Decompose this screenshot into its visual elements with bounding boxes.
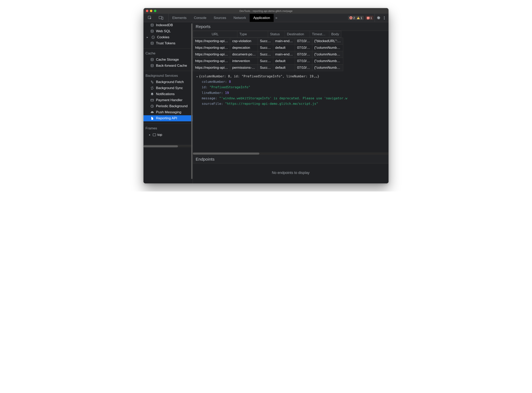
devtools-window: DevTools - reporting-api-demo.glitch.me/… xyxy=(143,8,389,183)
table-cell-status: Succ… xyxy=(258,38,273,44)
sidebar-item-frame-top[interactable]: top xyxy=(143,132,193,138)
sidebar-group-bg-services: Background Services xyxy=(143,71,193,79)
sidebar-item-cookies[interactable]: Cookies xyxy=(143,34,193,40)
svg-point-10 xyxy=(154,37,154,38)
kebab-icon xyxy=(384,16,385,20)
warning-count-value: 1 xyxy=(361,16,362,20)
sidebar-item-indexeddb[interactable]: IndexedDB xyxy=(143,22,193,28)
sidebar-vertical-scrollbar[interactable] xyxy=(191,23,192,182)
sidebar-item-label: Trust Tokens xyxy=(156,41,175,45)
database-icon xyxy=(150,42,154,45)
col-status[interactable]: Status xyxy=(268,31,285,38)
tab-network[interactable]: Network xyxy=(230,14,250,22)
tabs-overflow-button[interactable]: » xyxy=(274,14,279,22)
sidebar-item-notifications[interactable]: Notifications xyxy=(143,91,193,97)
detail-horizontal-scrollbar[interactable] xyxy=(193,152,389,155)
table-cell-ts: 07/10/… xyxy=(295,58,312,64)
col-timestamp[interactable]: Timest… xyxy=(310,31,329,38)
table-cell-ts: 07/10/… xyxy=(295,44,312,51)
table-row[interactable]: https://reporting-api…permissions-…Succ…… xyxy=(193,64,343,71)
tab-sources[interactable]: Sources xyxy=(210,14,230,22)
table-cell-type: intervention xyxy=(230,58,258,64)
table-cell-dest: default xyxy=(273,64,295,71)
inspect-element-icon[interactable] xyxy=(146,16,154,20)
device-toolbar-icon[interactable] xyxy=(157,16,165,20)
col-body[interactable]: Body xyxy=(329,31,341,38)
sidebar-item-label: IndexedDB xyxy=(156,23,173,27)
sidebar-item-label: Payment Handler xyxy=(156,98,182,102)
error-icon xyxy=(349,16,352,19)
sidebar-item-websql[interactable]: Web SQL xyxy=(143,28,193,34)
svg-point-4 xyxy=(384,18,385,18)
sidebar-item-bf-cache[interactable]: Back-forward Cache xyxy=(143,63,193,69)
application-sidebar[interactable]: IndexedDB Web SQL Cookies Trust Tokens C… xyxy=(143,22,193,183)
tab-elements[interactable]: Elements xyxy=(169,14,190,22)
svg-rect-1 xyxy=(159,16,162,19)
more-menu-button[interactable] xyxy=(382,14,386,22)
table-cell-type: csp-violation xyxy=(230,38,258,44)
svg-point-12 xyxy=(151,42,153,43)
svg-rect-17 xyxy=(153,134,156,136)
sidebar-item-reporting-api[interactable]: Reporting API xyxy=(143,115,193,121)
table-row[interactable]: https://reporting-api…document-po…Succ…m… xyxy=(193,51,343,58)
endpoints-section-title: Endpoints xyxy=(193,155,389,163)
sidebar-item-bg-fetch[interactable]: Background Fetch xyxy=(143,79,193,85)
table-cell-ts: 07/10/… xyxy=(295,38,312,44)
col-type[interactable]: Type xyxy=(237,31,268,38)
tab-application[interactable]: Application xyxy=(250,14,274,22)
detail-value: "PrefixedStorageInfo" xyxy=(210,85,250,89)
table-cell-type: deprecation xyxy=(230,44,258,51)
clock-icon xyxy=(150,104,154,108)
table-cell-status: Succ… xyxy=(258,58,273,64)
svg-point-11 xyxy=(153,38,153,38)
window-titlebar: DevTools - reporting-api-demo.glitch.me/… xyxy=(143,8,389,14)
detail-summary[interactable]: {columnNumber: 8, id: "PrefixedStorageIn… xyxy=(196,74,386,79)
sidebar-item-label: Reporting API xyxy=(156,116,177,120)
table-cell-dest: default xyxy=(273,58,295,64)
cloud-icon xyxy=(150,110,154,114)
error-count[interactable]: 2 1 xyxy=(348,16,364,20)
table-row[interactable]: https://reporting-api…csp-violationSucc…… xyxy=(193,38,343,44)
devtools-toolbar: Elements Console Sources Network Applica… xyxy=(143,14,389,22)
sidebar-item-label: Push Messaging xyxy=(156,110,181,114)
bell-icon xyxy=(150,92,154,96)
sidebar-item-trust-tokens[interactable]: Trust Tokens xyxy=(143,40,193,46)
svg-point-14 xyxy=(151,64,153,65)
sidebar-item-bg-sync[interactable]: Background Sync xyxy=(143,85,193,91)
sidebar-item-label: Background Fetch xyxy=(156,80,184,84)
svg-point-3 xyxy=(384,16,385,17)
sidebar-item-push-messaging[interactable]: Push Messaging xyxy=(143,109,193,115)
table-header-row: URL Type Status Destination Timest… Body xyxy=(193,31,341,38)
database-icon xyxy=(150,58,154,61)
sidebar-item-label: Notifications xyxy=(156,92,175,96)
table-cell-url: https://reporting-api… xyxy=(193,51,230,58)
svg-point-7 xyxy=(151,30,153,31)
table-cell-type: document-po… xyxy=(230,51,258,58)
col-url[interactable]: URL xyxy=(193,31,237,38)
tab-console[interactable]: Console xyxy=(190,14,210,22)
console-status-counts[interactable]: 2 1 1 xyxy=(347,14,373,22)
sidebar-item-cache-storage[interactable]: Cache Storage xyxy=(143,57,193,63)
sidebar-item-label: Background Sync xyxy=(156,86,183,90)
sidebar-item-periodic-bg[interactable]: Periodic Background xyxy=(143,103,193,109)
sidebar-item-payment-handler[interactable]: Payment Handler xyxy=(143,97,193,103)
reports-section-title: Reports xyxy=(193,22,389,31)
gear-icon xyxy=(376,16,381,20)
detail-value: "https://reporting-api-demo.glitch.me/sc… xyxy=(225,102,318,106)
col-destination[interactable]: Destination xyxy=(285,31,310,38)
table-cell-status: Succ… xyxy=(258,51,273,58)
sidebar-horizontal-scrollbar[interactable] xyxy=(143,145,193,147)
table-row[interactable]: https://reporting-api…deprecationSucc…de… xyxy=(193,44,343,51)
table-cell-url: https://reporting-api… xyxy=(193,58,230,64)
issues-count[interactable]: 1 xyxy=(365,16,373,20)
settings-button[interactable] xyxy=(375,14,382,22)
table-row[interactable]: https://reporting-api…interventionSucc…d… xyxy=(193,58,343,64)
report-detail-pane[interactable]: {columnNumber: 8, id: "PrefixedStorageIn… xyxy=(193,71,389,152)
table-cell-body: {"columnNumb… xyxy=(312,58,343,64)
issues-icon xyxy=(367,17,370,19)
detail-value: "'window.webkitStorageInfo' is deprecate… xyxy=(219,96,347,100)
database-icon xyxy=(150,23,154,27)
table-cell-url: https://reporting-api… xyxy=(193,38,230,44)
table-cell-body: {"columnNumb… xyxy=(312,64,343,71)
table-cell-url: https://reporting-api… xyxy=(193,44,230,51)
